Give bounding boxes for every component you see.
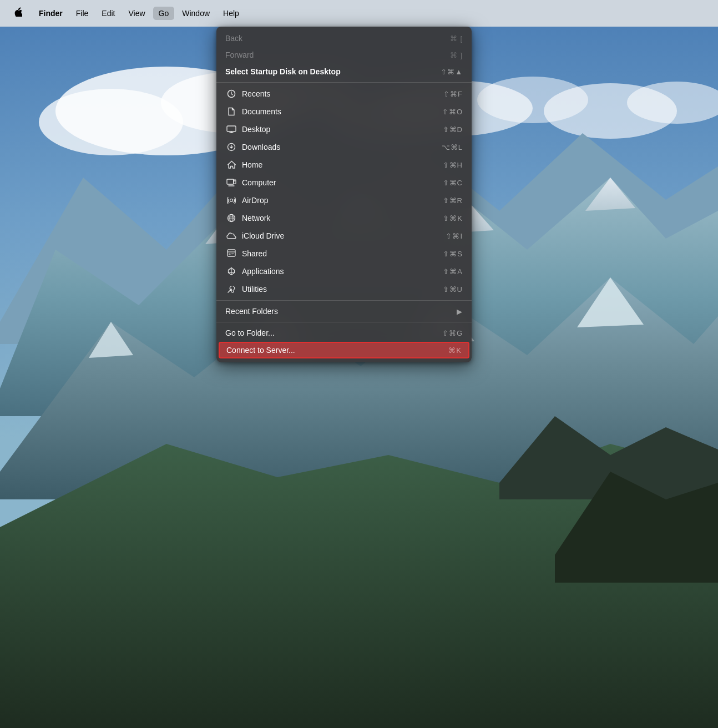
separator-1 [216,82,472,83]
downloads-icon [225,141,237,153]
menu-item-downloads[interactable]: Downloads ⌥⌘L [216,138,472,156]
menu-item-startup-disk[interactable]: Select Startup Disk on Desktop ⇧⌘▲ [216,63,472,80]
desktop-icon [225,123,237,135]
svg-rect-37 [231,254,234,255]
menu-item-icloud-drive[interactable]: iCloud Drive ⇧⌘I [216,227,472,245]
icloud-icon [225,230,237,242]
svg-point-29 [230,199,233,202]
menubar: Finder File Edit View Go Window Help [0,0,718,27]
menubar-go[interactable]: Go [153,7,175,20]
menu-item-network[interactable]: Network ⇧⌘K [216,209,472,227]
computer-icon [225,176,237,189]
documents-icon [225,105,237,118]
svg-point-2 [39,89,183,155]
menubar-window[interactable]: Window [176,7,215,20]
separator-2 [216,300,472,301]
menu-item-go-to-folder[interactable]: Go to Folder... ⇧⌘G [216,325,472,341]
menu-item-desktop[interactable]: Desktop ⇧⌘D [216,120,472,138]
menu-item-applications[interactable]: Applications ⇧⌘A [216,262,472,280]
svg-rect-25 [227,126,236,132]
network-icon [225,212,237,224]
shared-icon [225,247,237,260]
svg-rect-36 [229,254,231,256]
recents-icon [225,88,237,100]
menu-item-utilities[interactable]: Utilities ⇧⌘U [216,280,472,298]
menu-item-connect-to-server[interactable]: Connect to Server... ⌘K [219,342,469,358]
svg-rect-27 [227,179,234,184]
menu-item-home[interactable]: Home ⇧⌘H [216,156,472,174]
menubar-finder[interactable]: Finder [33,7,68,20]
menubar-edit[interactable]: Edit [96,7,120,20]
utilities-icon [225,283,237,295]
menubar-help[interactable]: Help [218,7,245,20]
menubar-file[interactable]: File [70,7,94,20]
menu-item-forward[interactable]: Forward ⌘ ] [216,47,472,63]
menubar-view[interactable]: View [123,7,150,20]
menu-item-airdrop[interactable]: AirDrop ⇧⌘R [216,191,472,209]
menu-item-recent-folders[interactable]: Recent Folders ▶ [216,303,472,320]
menu-item-documents[interactable]: Documents ⇧⌘O [216,103,472,120]
home-icon [225,159,237,171]
menu-item-shared[interactable]: Shared ⇧⌘S [216,245,472,262]
airdrop-icon [225,194,237,206]
svg-rect-38 [231,255,233,255]
separator-3 [216,322,472,322]
go-dropdown-menu: Back ⌘ [ Forward ⌘ ] Select Startup Disk… [216,27,472,362]
menu-item-back[interactable]: Back ⌘ [ [216,30,472,47]
svg-rect-35 [227,250,235,256]
apple-menu[interactable] [9,5,28,22]
menu-item-computer[interactable]: Computer ⇧⌘C [216,174,472,191]
applications-icon [225,265,237,277]
menu-item-recents[interactable]: Recents ⇧⌘F [216,85,472,103]
